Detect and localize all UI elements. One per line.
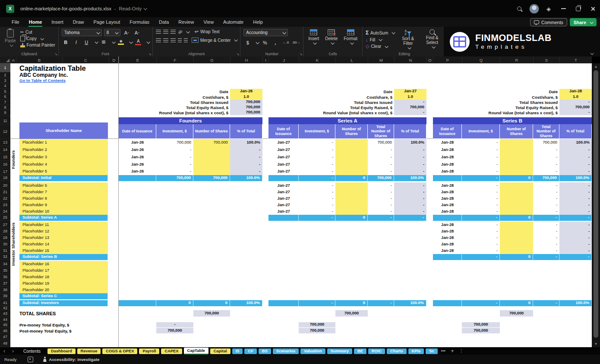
row-header-37[interactable]: 37 (0, 280, 10, 287)
sheet-tab-cogs-opex[interactable]: COGS & OPEX (102, 348, 137, 354)
sheet-tab-cf[interactable]: CF (244, 348, 256, 354)
cell-name-25[interactable]: Subtotal: Series A (19, 215, 108, 221)
cell-M23[interactable]: - (368, 202, 394, 209)
cell-J17[interactable]: Jan-27 (268, 168, 299, 176)
cell-N23[interactable]: - (394, 202, 426, 209)
cell-T29[interactable]: - (559, 235, 592, 242)
cell-J16[interactable]: Jan-27 (268, 161, 299, 169)
cell-G18[interactable]: 700,000 (193, 175, 230, 181)
column-header-I[interactable]: I (262, 56, 268, 63)
column-header-C[interactable]: C (62, 56, 109, 63)
cell-N6[interactable]: 1.0 (394, 94, 426, 100)
cell-G41[interactable]: 0 (193, 300, 230, 306)
cell-R23[interactable] (500, 202, 533, 209)
shareholder-name-header[interactable]: Shareholder Name (19, 122, 108, 139)
cell-L43[interactable]: 700,000 (335, 310, 368, 317)
cell-H41[interactable]: 100.0% (230, 300, 262, 306)
cell-S13[interactable]: 700,000 (533, 139, 559, 147)
row-header-25[interactable]: 25 (0, 215, 10, 220)
cell-P31[interactable]: Jan-28 (433, 248, 462, 254)
sheet-tab-bs[interactable]: BS (259, 348, 271, 354)
row-header-20[interactable]: 20 (0, 182, 10, 189)
cell-N25[interactable]: - (394, 215, 426, 221)
sheet-tab-summary[interactable]: Summary (327, 348, 352, 354)
cell-F41[interactable]: 0 (156, 300, 193, 306)
cell-S25[interactable]: - (533, 215, 559, 221)
cell-P20[interactable]: Jan-28 (433, 182, 462, 189)
cell-Q15[interactable]: - (462, 154, 500, 161)
cell-L21[interactable] (335, 189, 368, 196)
cell-S15[interactable]: - (533, 154, 559, 161)
cell-F13[interactable]: 700,000 (156, 139, 193, 147)
cell-T9[interactable]: - (559, 110, 592, 116)
column-header-N[interactable]: N (394, 56, 426, 63)
row-header-5[interactable]: 5 (0, 89, 10, 94)
cell-K24[interactable]: - (299, 208, 335, 215)
cell-M21[interactable]: - (368, 189, 394, 196)
cell-Q32[interactable]: - (462, 254, 500, 260)
sheet-tab-be[interactable]: BE (354, 348, 366, 354)
sheet-tab-contents[interactable]: Contents (18, 348, 46, 354)
scroll-down-icon[interactable]: ▼ (592, 342, 600, 346)
cell-Q17[interactable]: - (462, 168, 500, 176)
cell-T27[interactable]: - (559, 222, 592, 229)
cell-H6[interactable]: 1.0 (230, 94, 262, 100)
cell-N41[interactable]: 100.0% (394, 300, 426, 306)
cell-T15[interactable]: - (559, 154, 592, 161)
cell-R24[interactable] (500, 208, 533, 215)
cell-H9[interactable]: 700,000 (230, 110, 262, 116)
cell-S20[interactable]: - (533, 182, 559, 189)
cell-name-29[interactable]: Placeholder 13 (19, 235, 108, 242)
cell-Q20[interactable]: - (462, 182, 500, 189)
sheet-tab-is[interactable]: IS (232, 348, 243, 354)
cell-G13[interactable]: 700,000 (193, 139, 230, 147)
cell-M22[interactable]: - (368, 195, 394, 202)
cell-R13[interactable] (500, 139, 533, 147)
row-header-30[interactable]: 30 (0, 241, 10, 248)
column-header-P[interactable]: P (433, 56, 462, 63)
col-header-of-total[interactable]: % of Total (559, 124, 592, 139)
sheet-tab-kpis[interactable]: KPIs (408, 348, 424, 354)
cell-M17[interactable]: - (368, 168, 394, 176)
cell-J15[interactable]: Jan-27 (268, 154, 299, 161)
cell-S17[interactable]: - (533, 168, 559, 176)
col-header-of-total[interactable]: % of Total (394, 124, 426, 139)
cell-Q18[interactable]: - (462, 175, 500, 181)
cell-Q29[interactable]: - (462, 235, 500, 242)
cell-M25[interactable]: - (368, 215, 394, 221)
cell-S30[interactable]: - (533, 241, 559, 248)
cell-name-27[interactable]: Placeholder 11 (19, 222, 108, 229)
cell-T13[interactable]: 100.0% (559, 139, 592, 147)
cell-R16[interactable] (500, 161, 533, 169)
column-header-T[interactable]: T (559, 56, 592, 63)
cell-N21[interactable]: - (394, 189, 426, 196)
macro-record-icon[interactable] (28, 357, 33, 362)
cell-T16[interactable]: - (559, 161, 592, 169)
tab-scroll-left-icon[interactable]: ‹ (0, 348, 9, 354)
cell-name-38[interactable]: Placeholder 20 (19, 287, 108, 294)
cell-K41[interactable]: - (299, 300, 335, 306)
cell-E14[interactable]: Jan-26 (119, 146, 156, 154)
cell-M41[interactable]: - (368, 300, 394, 306)
cell-Q25[interactable]: - (462, 215, 500, 221)
cell-T22[interactable]: - (559, 195, 592, 202)
sheet-tab-capex[interactable]: CAPEX (161, 348, 182, 354)
cell-L41[interactable]: 0 (335, 300, 368, 306)
col-header-number-of-shares[interactable]: Number of Shares (193, 124, 230, 139)
row-header-29[interactable]: 29 (0, 235, 10, 241)
col-header-date-of-issuance[interactable]: Date of Issuance (268, 124, 299, 139)
cell-R17[interactable] (500, 168, 533, 176)
row-header-24[interactable]: 24 (0, 208, 10, 215)
cell-L24[interactable] (335, 208, 368, 215)
side-label-founders[interactable]: Founders (10, 138, 16, 181)
cell-P16[interactable]: Jan-28 (433, 161, 462, 169)
cell-E18[interactable] (119, 175, 156, 181)
row-header-46[interactable]: 46 (0, 328, 10, 334)
sheet-tab-valuation[interactable]: Valuation (300, 348, 325, 354)
cell-L18[interactable]: 0 (335, 175, 368, 181)
cell-L16[interactable] (335, 161, 368, 169)
cell-H18[interactable]: 100.0% (230, 175, 262, 181)
row-header-47[interactable]: 47 (0, 334, 10, 340)
cell-F16[interactable]: - (156, 161, 193, 169)
cell-F45[interactable]: - (156, 322, 193, 328)
